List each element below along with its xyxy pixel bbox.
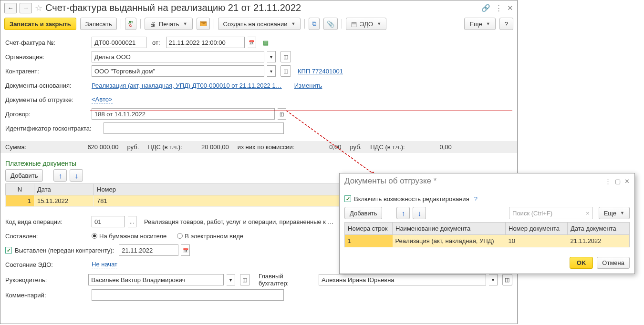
org-dropdown[interactable]: ▾	[267, 51, 276, 62]
clear-icon[interactable]: ×	[586, 210, 590, 217]
counter-label: Контрагент:	[5, 68, 89, 75]
composed-paper-radio[interactable]: На бумажном носителе	[92, 233, 166, 240]
counter-input[interactable]: ООО "Торговый дом"	[92, 65, 264, 77]
main-window: ← → ☆ Счет-фактура выданный на реализаци…	[0, 0, 518, 324]
pay-add-button[interactable]: Добавить	[5, 169, 43, 182]
comment-label: Комментарий:	[5, 292, 89, 299]
popup-table: Номера строк Наименование документа Номе…	[344, 222, 630, 247]
popup-more-icon[interactable]: ⋮	[605, 178, 611, 185]
vat-value: 20 000,00	[191, 143, 229, 151]
kpp-link[interactable]: КПП 772401001	[298, 68, 343, 75]
move-up-button[interactable]: ↑	[53, 169, 67, 182]
counter-open[interactable]: ◫	[280, 65, 291, 77]
popup-more-button[interactable]: Еще▼	[599, 207, 630, 219]
comm-value: 0,00	[303, 143, 341, 151]
goscontract-label: Идентификатор госконтракта:	[5, 125, 101, 132]
table-row[interactable]: 1 Реализация (акт, накладная, УПД) 10 21…	[345, 235, 630, 247]
accountant-dropdown[interactable]: ▾	[489, 274, 497, 285]
accountant-input[interactable]: Алехина Ирина Юрьевна	[319, 274, 486, 285]
from-label: от:	[152, 39, 160, 46]
help-icon[interactable]: ?	[474, 195, 478, 203]
popup-search-input[interactable]: Поиск (Ctrl+F)×	[509, 207, 593, 219]
col-n: N	[6, 184, 34, 195]
contract-label: Договор:	[5, 111, 89, 118]
basis-label: Документы-основания:	[5, 82, 89, 89]
vat-label: НДС (в т.ч.):	[147, 143, 182, 151]
calendar-icon[interactable]: 📅	[248, 37, 256, 48]
accountant-open[interactable]: ◫	[502, 274, 512, 285]
popup-move-down[interactable]: ↓	[413, 207, 426, 219]
attach-button[interactable]: 📎	[323, 18, 338, 30]
more-icon[interactable]: ⋮	[495, 4, 502, 12]
page-title: Счет-фактура выданный на реализацию 21 о…	[45, 2, 478, 13]
sum-value: 620 000,00	[35, 143, 118, 151]
more-button[interactable]: Еще▼	[464, 18, 495, 30]
popup-close-icon[interactable]: ✕	[624, 178, 630, 185]
shipment-link[interactable]: <Авто>	[92, 96, 113, 103]
popup-title: Документы об отгрузке *	[344, 176, 601, 186]
counter-dropdown[interactable]: ▾	[267, 65, 276, 77]
popup-cancel-button[interactable]: Отмена	[597, 257, 630, 269]
code-desc: Реализация товаров, работ, услуг и опера…	[144, 218, 334, 225]
issued-checkbox[interactable]: ✓	[5, 247, 12, 254]
number-input[interactable]: ДТ00-0000021	[92, 37, 146, 48]
issued-date-input[interactable]: 21.11.2022	[119, 244, 178, 256]
mail-button[interactable]	[197, 18, 210, 30]
related-button[interactable]: ⧉	[309, 18, 320, 30]
head-label: Руководитель:	[5, 276, 85, 284]
issued-calendar-icon[interactable]: 📅	[181, 244, 190, 256]
composed-label: Составлен:	[5, 233, 89, 240]
composed-elec-radio[interactable]: В электронном виде	[177, 233, 243, 240]
help-button[interactable]: ?	[499, 18, 513, 30]
titlebar: ← → ☆ Счет-фактура выданный на реализаци…	[0, 0, 517, 15]
status-icon[interactable]: ▤	[263, 39, 269, 46]
contract-open[interactable]: ◫	[278, 108, 286, 120]
code-input[interactable]: 01	[92, 216, 125, 227]
contract-input[interactable]: 188 от 14.11.2022	[92, 108, 275, 120]
popup-move-up[interactable]: ↑	[396, 207, 410, 219]
vat2-label: НДС (в т.ч.):	[370, 143, 405, 151]
dt-kt-button[interactable]: ДтКт	[125, 18, 136, 30]
head-dropdown[interactable]: ▾	[227, 274, 235, 285]
comment-input[interactable]	[92, 289, 284, 301]
toolbar: Записать и закрыть Записать ДтКт 🖨 Печат…	[0, 15, 517, 32]
popup-ok-button[interactable]: OK	[570, 257, 593, 269]
vat2-value: 0,00	[414, 143, 452, 151]
org-open[interactable]: ◫	[280, 51, 291, 62]
sum-row: Сумма: 620 000,00 руб. НДС (в т.ч.): 20 …	[0, 141, 517, 153]
close-icon[interactable]: ✕	[507, 4, 513, 12]
print-button[interactable]: 🖨 Печать▼	[145, 18, 193, 30]
code-select[interactable]: …	[128, 216, 136, 227]
save-button[interactable]: Записать	[80, 18, 117, 30]
goscontract-input[interactable]	[104, 122, 284, 134]
red-underline	[90, 111, 512, 111]
create-based-button[interactable]: Создать на основании▼	[218, 18, 301, 30]
popup-add-button[interactable]: Добавить	[344, 207, 382, 219]
pay-section-title: Платежные документы	[5, 160, 512, 167]
basis-link[interactable]: Реализация (акт, накладная, УПД) ДТ00-00…	[92, 82, 282, 89]
popup-enable-checkbox[interactable]: ✓	[344, 195, 351, 202]
nav-forward-button[interactable]: →	[20, 3, 32, 13]
favorite-icon[interactable]: ☆	[35, 3, 42, 13]
move-down-button[interactable]: ↓	[70, 169, 83, 182]
mail-icon	[200, 21, 207, 26]
accountant-label: Главный бухгалтер:	[259, 273, 313, 287]
col-date: Дата	[34, 184, 94, 195]
shipment-popup: Документы об отгрузке * ⋮ ▢ ✕ ✓ Включить…	[339, 173, 635, 274]
link-icon[interactable]: 🔗	[481, 4, 490, 12]
nav-back-button[interactable]: ←	[4, 3, 17, 13]
edo-state-link[interactable]: Не начат	[92, 261, 117, 268]
head-open[interactable]: ◫	[240, 274, 250, 285]
issued-label: Выставлен (передан контрагенту):	[15, 247, 114, 254]
number-label: Счет-фактура №:	[5, 39, 89, 46]
popup-maximize-icon[interactable]: ▢	[615, 178, 621, 185]
sum-label: Сумма:	[5, 143, 26, 151]
org-label: Организация:	[5, 53, 89, 61]
head-input[interactable]: Васильев Виктор Владимирович	[88, 274, 224, 285]
comm-label: из них по комиссии:	[238, 143, 295, 151]
org-input[interactable]: Дельта ООО	[92, 51, 264, 62]
date-input[interactable]: 21.11.2022 12:00:00	[166, 37, 245, 48]
change-link[interactable]: Изменить	[294, 82, 322, 89]
edo-button[interactable]: ▤ ЭДО▼	[346, 18, 386, 30]
save-close-button[interactable]: Записать и закрыть	[4, 18, 76, 30]
